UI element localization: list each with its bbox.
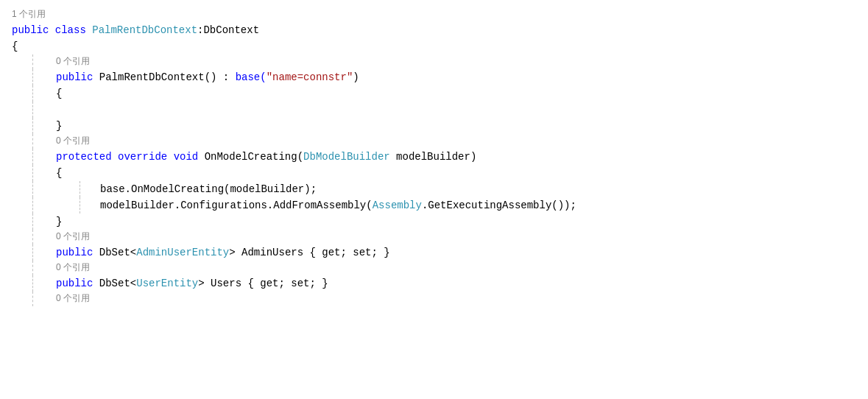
code-token: modelBuilder.Configurations.AddFromAssem… xyxy=(100,197,373,213)
guide-line-outer xyxy=(32,181,33,197)
hint-line: 0 个引用 xyxy=(0,134,868,149)
hint-text: 0 个引用 xyxy=(56,134,90,148)
guide-line xyxy=(32,261,33,275)
code-line: protected override void OnModelCreating(… xyxy=(0,149,868,165)
code-block: 1 个引用public class PalmRentDbContext:DbCo… xyxy=(0,7,868,306)
code-token: } xyxy=(56,118,62,134)
code-line: public DbSet<UserEntity> Users { get; se… xyxy=(0,275,868,292)
code-token: public xyxy=(56,244,99,261)
code-token: "name=connstr" xyxy=(267,69,353,85)
hint-line: 0 个引用 xyxy=(0,54,868,69)
hint-text: 0 个引用 xyxy=(56,230,90,244)
hint-line: 1 个引用 xyxy=(0,7,868,22)
guide-line-outer xyxy=(32,85,33,102)
code-line: { xyxy=(0,165,868,181)
guide-line-outer xyxy=(32,102,33,118)
code-token: { xyxy=(56,85,62,102)
code-token: public xyxy=(12,22,55,38)
guide-line-inner xyxy=(80,197,80,213)
guide-line-inner xyxy=(80,181,80,197)
code-token: modelBuilder) xyxy=(390,149,477,165)
code-token: } xyxy=(56,213,62,230)
code-token: class xyxy=(55,22,92,38)
code-line: base.OnModelCreating(modelBuilder); xyxy=(0,181,868,197)
code-line: public DbSet<AdminUserEntity> AdminUsers… xyxy=(0,244,868,261)
code-token: PalmRentDbContext xyxy=(92,22,197,38)
guide-line xyxy=(32,292,33,306)
code-line: } xyxy=(0,118,868,134)
code-token: base.OnModelCreating(modelBuilder); xyxy=(100,181,317,197)
guide-line-outer xyxy=(32,118,33,134)
guide-line-outer xyxy=(32,69,33,85)
code-token: > Users { get; set; } xyxy=(198,275,328,292)
code-token: .GetExecutingAssembly()); xyxy=(422,197,576,213)
code-line: public PalmRentDbContext() : base("name=… xyxy=(0,69,868,85)
hint-line: 0 个引用 xyxy=(0,261,868,275)
guide-line xyxy=(32,54,33,69)
code-token: > AdminUsers { get; set; } xyxy=(229,244,389,261)
hint-line: 0 个引用 xyxy=(0,230,868,244)
hint-text: 0 个引用 xyxy=(56,292,90,306)
guide-line-outer xyxy=(32,165,33,181)
guide-line xyxy=(32,134,33,149)
code-token: public xyxy=(56,275,99,292)
hint-text: 0 个引用 xyxy=(56,261,90,275)
code-token: :DbContext xyxy=(197,22,259,38)
code-token: AdminUserEntity xyxy=(136,244,229,261)
code-token: { xyxy=(12,38,18,54)
guide-line-outer xyxy=(32,244,33,261)
hint-text: 1 个引用 xyxy=(12,7,46,21)
code-token: DbModelBuilder xyxy=(303,149,390,165)
code-token: PalmRentDbContext() : xyxy=(99,69,236,85)
code-line: { xyxy=(0,85,868,102)
code-token: OnModelCreating( xyxy=(205,149,303,165)
hint-line: 0 个引用 xyxy=(0,292,868,306)
code-token: public xyxy=(56,69,99,85)
code-token: DbSet< xyxy=(99,244,136,261)
hint-text: 0 个引用 xyxy=(56,54,90,68)
guide-line-outer xyxy=(32,275,33,292)
code-token: override xyxy=(118,149,174,165)
code-token: UserEntity xyxy=(136,275,198,292)
guide-line-outer xyxy=(32,197,33,213)
code-token: void xyxy=(174,149,205,165)
code-line: public class PalmRentDbContext:DbContext xyxy=(0,22,868,38)
code-line xyxy=(0,102,868,118)
code-line: { xyxy=(0,38,868,54)
code-token: Assembly xyxy=(373,197,422,213)
guide-line-outer xyxy=(32,149,33,165)
code-token: { xyxy=(56,165,62,181)
code-token: DbSet< xyxy=(99,275,136,292)
code-token: protected xyxy=(56,149,118,165)
code-editor: 1 个引用public class PalmRentDbContext:DbCo… xyxy=(0,0,868,314)
code-line: modelBuilder.Configurations.AddFromAssem… xyxy=(0,197,868,213)
guide-line-outer xyxy=(32,213,33,230)
code-token: base( xyxy=(236,69,267,85)
code-line: } xyxy=(0,213,868,230)
guide-line xyxy=(32,230,33,244)
code-token: ) xyxy=(353,69,359,85)
